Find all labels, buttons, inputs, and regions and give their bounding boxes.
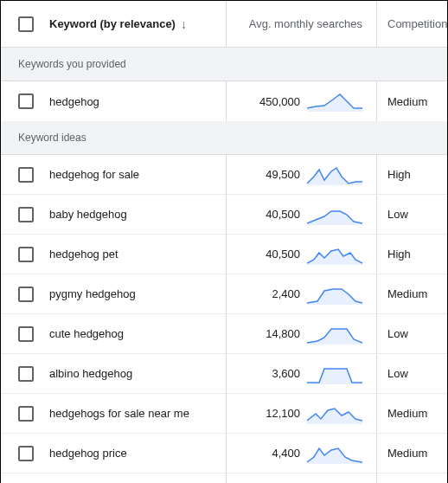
searches-value: 4,400 xyxy=(272,447,300,460)
sort-down-icon[interactable]: ↓ xyxy=(181,17,187,31)
sparkline-icon xyxy=(307,244,362,265)
keyword-cell: hedgehog xyxy=(1,93,226,109)
searches-value: 2,400 xyxy=(272,287,300,300)
keyword-text: pygmy hedgehog xyxy=(49,287,136,300)
competition-value: Low xyxy=(387,367,408,380)
header-keyword-col[interactable]: Keyword (by relevance) ↓ xyxy=(1,16,226,32)
searches-cell: 2,400 xyxy=(226,274,376,313)
sparkline-icon xyxy=(307,364,362,384)
searches-cell: 40,500 xyxy=(226,195,376,234)
searches-value: 40,500 xyxy=(266,208,300,221)
searches-cell: 450,000 xyxy=(226,81,376,121)
table-header: Keyword (by relevance) ↓ Avg. monthly se… xyxy=(1,1,447,48)
keyword-text: hedgehog xyxy=(49,95,99,108)
searches-cell: 14,800 xyxy=(226,314,376,353)
table-row: albino hedgehog3,600Low xyxy=(1,354,447,394)
searches-cell: 40,500 xyxy=(226,235,376,274)
table-row: domesticated hedgehog2,400Medium xyxy=(1,473,447,483)
competition-cell: High xyxy=(376,235,447,274)
competition-value: High xyxy=(387,248,411,261)
searches-cell: 49,500 xyxy=(226,155,376,194)
competition-cell: Low xyxy=(376,314,447,353)
keyword-text: albino hedgehog xyxy=(49,367,132,380)
table-row: cute hedgehog14,800Low xyxy=(1,314,447,354)
searches-value: 49,500 xyxy=(266,168,300,181)
competition-cell: Medium xyxy=(376,394,447,433)
competition-value: Medium xyxy=(387,95,427,108)
keyword-cell: baby hedgehog xyxy=(1,207,226,222)
table-row: baby hedgehog40,500Low xyxy=(1,195,447,235)
keyword-text: hedgehogs for sale near me xyxy=(49,407,189,420)
searches-cell: 4,400 xyxy=(226,434,376,473)
row-checkbox[interactable] xyxy=(18,93,34,109)
keyword-text: hedgehog price xyxy=(49,447,127,460)
keyword-text: hedgehog for sale xyxy=(49,168,139,181)
row-checkbox[interactable] xyxy=(18,207,34,222)
competition-value: Medium xyxy=(387,407,427,420)
competition-value: Medium xyxy=(387,447,427,460)
table-row: hedgehog450,000Medium xyxy=(1,81,447,121)
searches-cell: 2,400 xyxy=(226,473,376,483)
keyword-cell: hedgehog price xyxy=(1,446,226,461)
competition-cell: Medium xyxy=(376,434,447,473)
table-row: hedgehog pet40,500High xyxy=(1,235,447,274)
row-checkbox[interactable] xyxy=(18,446,34,461)
searches-value: 14,800 xyxy=(266,327,300,340)
section-provided: Keywords you provided xyxy=(1,48,447,81)
competition-value: High xyxy=(387,168,411,181)
row-checkbox[interactable] xyxy=(18,167,34,183)
header-competition-label: Competition xyxy=(387,17,447,30)
header-searches-col[interactable]: Avg. monthly searches xyxy=(226,1,376,47)
searches-value: 450,000 xyxy=(259,95,300,108)
competition-cell: Medium xyxy=(376,81,447,121)
searches-cell: 12,100 xyxy=(226,394,376,433)
keyword-text: baby hedgehog xyxy=(49,208,127,221)
keyword-cell: hedgehog for sale xyxy=(1,167,226,183)
sparkline-icon xyxy=(307,403,362,424)
table-row: hedgehog price4,400Medium xyxy=(1,434,447,473)
row-checkbox[interactable] xyxy=(18,406,34,422)
sparkline-icon xyxy=(307,443,362,464)
competition-cell: Medium xyxy=(376,473,447,483)
sparkline-icon xyxy=(307,324,362,345)
searches-value: 40,500 xyxy=(266,248,300,261)
keyword-text: hedgehog pet xyxy=(49,248,118,261)
keyword-cell: cute hedgehog xyxy=(1,326,226,342)
searches-value: 3,600 xyxy=(272,367,300,380)
keyword-cell: pygmy hedgehog xyxy=(1,287,226,302)
sparkline-icon xyxy=(307,91,362,112)
row-checkbox[interactable] xyxy=(18,366,34,382)
table-row: hedgehog for sale49,500High xyxy=(1,155,447,195)
select-all-checkbox[interactable] xyxy=(18,16,34,32)
searches-cell: 3,600 xyxy=(226,354,376,393)
row-checkbox[interactable] xyxy=(18,247,34,262)
section-ideas: Keyword ideas xyxy=(1,121,447,155)
keyword-cell: hedgehogs for sale near me xyxy=(1,406,226,422)
keyword-table: Keyword (by relevance) ↓ Avg. monthly se… xyxy=(0,0,448,483)
keyword-cell: hedgehog pet xyxy=(1,247,226,262)
header-searches-label: Avg. monthly searches xyxy=(249,17,362,30)
sparkline-icon xyxy=(307,204,362,225)
keyword-text: cute hedgehog xyxy=(49,327,124,340)
row-checkbox[interactable] xyxy=(18,326,34,342)
header-keyword-label: Keyword (by relevance) xyxy=(49,17,176,30)
competition-value: Medium xyxy=(387,287,427,300)
table-row: pygmy hedgehog2,400Medium xyxy=(1,274,447,314)
competition-value: Low xyxy=(387,208,408,221)
competition-cell: Low xyxy=(376,195,447,234)
competition-cell: High xyxy=(376,155,447,194)
row-checkbox[interactable] xyxy=(18,287,34,302)
keyword-cell: albino hedgehog xyxy=(1,366,226,382)
competition-cell: Low xyxy=(376,354,447,393)
sparkline-icon xyxy=(307,164,362,185)
sparkline-icon xyxy=(307,284,362,305)
header-competition-col[interactable]: Competition xyxy=(376,1,447,47)
table-row: hedgehogs for sale near me12,100Medium xyxy=(1,394,447,434)
searches-value: 12,100 xyxy=(266,407,300,420)
competition-cell: Medium xyxy=(376,274,447,313)
competition-value: Low xyxy=(387,327,408,340)
